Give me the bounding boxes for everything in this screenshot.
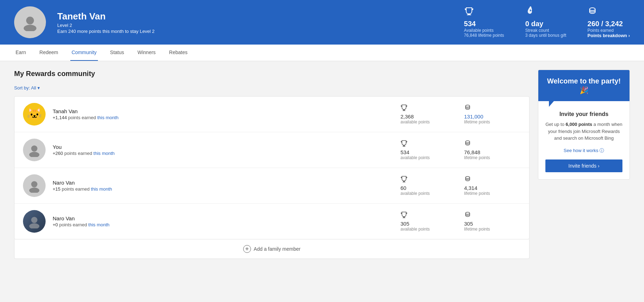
stat-points-earned: 260 / 3,242 Points earned Points breakdo… (587, 6, 630, 38)
stat-available: 305 available points (400, 211, 457, 232)
invite-desc-1: Get up to (545, 122, 566, 127)
points-earned-amount: +260 (53, 151, 63, 156)
this-month-link[interactable]: this month (97, 115, 118, 120)
user-avatar (14, 6, 46, 38)
this-month-link[interactable]: this month (88, 222, 110, 227)
lifetime-points: 131,000 (464, 114, 521, 120)
header: Taneth Van Level 2 Earn 240 more points … (0, 0, 644, 45)
member-points: +0 points earned this month (53, 222, 393, 227)
svg-point-7 (466, 105, 470, 107)
nav-bar: Earn Redeem Community Status Winners Reb… (0, 45, 644, 61)
nav-winners[interactable]: Winners (136, 45, 157, 61)
points-earned-amount: +1,144 (53, 115, 67, 120)
coins-icon (464, 175, 521, 184)
svg-point-1 (24, 25, 36, 31)
available-points: 2,368 (400, 114, 457, 120)
member-name: Naro Van (53, 180, 393, 186)
coins-icon (464, 104, 521, 113)
sort-dropdown[interactable]: Sort by: All ▾ (14, 85, 40, 91)
available-points-label: available points (400, 191, 457, 196)
nav-rebates[interactable]: Rebates (168, 45, 189, 61)
header-stats: 534 Available points 76,848 lifetime poi… (464, 6, 630, 38)
coins-icon (464, 211, 521, 220)
avatar (23, 139, 46, 161)
svg-rect-11 (403, 146, 405, 147)
invite-title: Invite your friends (545, 111, 622, 117)
nav-community[interactable]: Community (70, 45, 98, 61)
user-name: Taneth Van (57, 11, 453, 22)
table-row: Naro Van +15 points earned this month 60… (14, 168, 529, 204)
invite-friends-button[interactable]: Invite friends › (545, 159, 622, 172)
lifetime-points-value: 76,848 lifetime points (464, 33, 504, 38)
available-points-label: available points (400, 155, 457, 160)
nav-status[interactable]: Status (109, 45, 125, 61)
svg-point-14 (29, 188, 40, 193)
nav-redeem[interactable]: Redeem (38, 45, 60, 61)
stat-lifetime: 4,314 lifetime points (464, 175, 521, 196)
trophy-icon (400, 211, 457, 220)
available-points: 305 (400, 221, 457, 227)
this-month-link[interactable]: this month (93, 151, 115, 156)
points-label: points earned (64, 151, 93, 156)
member-name: You (53, 144, 393, 150)
streak-value: 0 day (525, 20, 543, 28)
community-list: 🐱 Tanah Van +1,144 points earned this mo… (14, 96, 529, 239)
svg-rect-6 (403, 110, 405, 111)
invite-bubble: Welcome to the party! 🎉 (538, 70, 630, 101)
available-points-label: available points (400, 227, 457, 232)
svg-point-22 (466, 212, 470, 214)
svg-point-8 (31, 145, 37, 152)
bubble-text: Welcome to the party! 🎉 (547, 77, 621, 94)
stat-available: 60 available points (400, 175, 457, 196)
stat-lifetime: 305 lifetime points (464, 211, 521, 232)
invite-desc-bold: 6,000 points (566, 122, 592, 127)
add-icon: + (243, 245, 251, 253)
page-title: My Rewards community (14, 70, 529, 78)
svg-point-9 (29, 152, 40, 157)
user-info: Taneth Van Level 2 Earn 240 more points … (57, 11, 453, 34)
see-how-link[interactable]: See how it works ⓘ (545, 147, 622, 154)
stat-lifetime: 76,848 lifetime points (464, 140, 521, 160)
points-label: points earned (68, 115, 97, 120)
lifetime-label: lifetime points (464, 227, 521, 232)
stat-available: 534 available points (400, 140, 457, 160)
community-content: My Rewards community Sort by: All ▾ 🐱 Ta… (14, 70, 529, 259)
stat-available-points: 534 Available points 76,848 lifetime poi… (464, 6, 504, 38)
user-level-note: Earn 240 more points this month to stay … (57, 29, 453, 34)
available-points: 534 (400, 149, 457, 155)
stat-available: 2,368 available points (400, 104, 457, 124)
available-points-label: Available points (464, 28, 494, 33)
points-earned-amount: +0 (53, 222, 58, 227)
available-points-label: available points (400, 120, 457, 124)
streak-label: Streak count (525, 28, 549, 33)
points-breakdown-link[interactable]: Points breakdown › (587, 33, 630, 38)
member-info: Tanah Van +1,144 points earned this mont… (53, 108, 393, 120)
sort-bar: Sort by: All ▾ (14, 85, 529, 91)
table-row: 🐱 Tanah Van +1,144 points earned this mo… (14, 97, 529, 132)
table-row: You +260 points earned this month 534 av… (14, 132, 529, 168)
svg-rect-21 (403, 217, 405, 218)
svg-point-4 (590, 8, 595, 11)
points-earned-value: 260 / 3,242 (587, 20, 623, 28)
this-month-link[interactable]: this month (91, 186, 112, 192)
lifetime-label: lifetime points (464, 155, 521, 160)
nav-earn[interactable]: Earn (14, 45, 28, 61)
svg-point-17 (466, 176, 470, 179)
available-points-value: 534 (464, 20, 476, 28)
trophy-icon (400, 140, 457, 149)
member-info: Naro Van +0 points earned this month (53, 215, 393, 227)
coins-icon (464, 140, 521, 149)
add-member-row[interactable]: + Add a family member (14, 239, 529, 259)
stat-streak: 0 day Streak count 3 days until bonus gi… (525, 6, 566, 38)
avatar (23, 174, 46, 197)
coins-icon (587, 6, 597, 18)
svg-rect-3 (467, 14, 471, 15)
avatar: 🐱 (23, 103, 46, 126)
table-row: Naro Van +0 points earned this month 305… (14, 204, 529, 239)
member-points: +1,144 points earned this month (53, 115, 393, 120)
member-info: You +260 points earned this month (53, 144, 393, 156)
lifetime-points: 76,848 (464, 149, 521, 155)
sidebar: Welcome to the party! 🎉 Invite your frie… (538, 70, 630, 259)
svg-point-0 (26, 17, 34, 24)
trophy-icon (400, 104, 457, 113)
